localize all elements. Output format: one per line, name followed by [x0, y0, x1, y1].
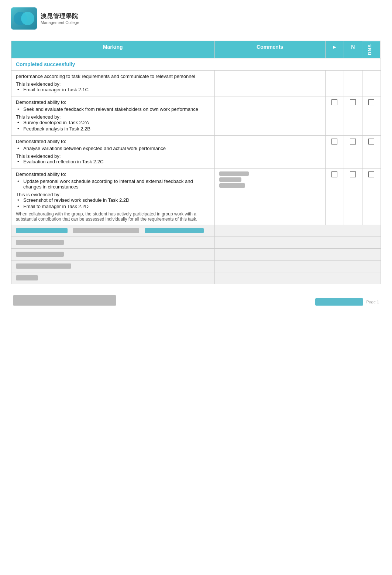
blurred-date-value	[214, 272, 381, 284]
list-item: Evaluation and reflection in Task 2.2C	[17, 159, 210, 164]
row4-evidence-bullets: Screenshot of revised work schedule in T…	[16, 197, 210, 209]
checkbox-icon[interactable]	[368, 99, 374, 105]
row4-demonstrated: Demonstrated ability to:	[16, 171, 210, 177]
row1-comments	[214, 71, 325, 96]
checkbox-icon[interactable]	[331, 171, 337, 177]
dns-label: DNS	[367, 44, 372, 55]
row1-content: performance according to task requiremen…	[11, 71, 215, 96]
logo-sub-text: Management College	[41, 20, 79, 25]
table-row: performance according to task requiremen…	[11, 71, 381, 96]
footer-left	[13, 295, 116, 306]
col-header-dns: DNS	[362, 41, 381, 58]
row3-evidence-bullets: Evaluation and reflection in Task 2.2C	[16, 159, 210, 164]
table-header-row: Marking Comments ► N DNS	[11, 41, 381, 58]
table-row	[11, 249, 381, 261]
list-item: Feedback analysis in Task 2.2B	[17, 126, 210, 132]
page-number: Page 1	[366, 300, 379, 304]
row2-content: Demonstrated ability to: Seek and evalua…	[11, 96, 215, 136]
checkbox-icon[interactable]	[350, 139, 356, 144]
row4-n	[344, 169, 362, 225]
row2-ability-bullets: Seek and evaluate feedback from relevant…	[16, 106, 210, 112]
list-item: Survey developed in Task 2.2A	[17, 120, 210, 125]
row2-check	[325, 96, 344, 136]
list-item: Analyse variations between expected and …	[17, 146, 210, 151]
checkbox-icon[interactable]	[350, 171, 356, 177]
row1-text: performance according to task requiremen…	[16, 74, 210, 79]
blurred-cell-2	[214, 225, 381, 237]
row3-comments	[214, 136, 325, 169]
list-item: Email to manager in Task 2.2D	[17, 204, 210, 209]
blurred-assessor-name-value	[214, 249, 381, 261]
logo-text: 澳昆管理學院 Management College	[41, 13, 79, 25]
row3-evidenced: This is evidenced by:	[16, 153, 210, 159]
checkbox-icon[interactable]	[331, 99, 337, 105]
row1-n	[344, 71, 362, 96]
list-item: Update personal work schedule according …	[17, 178, 210, 190]
section-heading-cell: Completed successfully	[11, 58, 381, 71]
list-item: Seek and evaluate feedback from relevant…	[17, 106, 210, 112]
row3-dns	[362, 136, 381, 169]
row2-comments	[214, 96, 325, 136]
blurred-cell-1	[11, 225, 215, 237]
blurred-date-cell	[11, 272, 215, 284]
blurred-student-name-value	[214, 237, 381, 249]
table-row: Demonstrated ability to: Seek and evalua…	[11, 96, 381, 136]
checkbox-icon[interactable]	[331, 139, 337, 144]
row4-check	[325, 169, 344, 225]
row4-dns	[362, 169, 381, 225]
marking-table: Marking Comments ► N DNS Completed succe…	[11, 41, 381, 284]
checkbox-icon[interactable]	[350, 99, 356, 105]
row1-evidenced: This is evidenced by:	[16, 81, 210, 87]
table-row	[11, 261, 381, 272]
blurred-assessor-sig-cell	[11, 261, 215, 272]
blurred-assessor-name-cell	[11, 249, 215, 261]
row3-check	[325, 136, 344, 169]
row1-bullets: Email to manager in Task 2.1C	[16, 87, 210, 92]
svg-point-1	[21, 12, 34, 25]
row4-content: Demonstrated ability to: Update personal…	[11, 169, 215, 225]
logo-area: 澳昆管理學院 Management College	[11, 7, 79, 30]
row3-demonstrated: Demonstrated ability to:	[16, 139, 210, 144]
row2-demonstrated: Demonstrated ability to:	[16, 99, 210, 105]
row4-comments	[214, 169, 325, 225]
col-header-checkmark: ►	[325, 41, 344, 58]
row3-content: Demonstrated ability to: Analyse variati…	[11, 136, 215, 169]
checkbox-icon[interactable]	[368, 171, 374, 177]
logo-main-text: 澳昆管理學院	[41, 13, 79, 20]
row4-ability-bullets: Update personal work schedule according …	[16, 178, 210, 190]
blurred-student-name-cell	[11, 237, 215, 249]
table-row	[11, 225, 381, 237]
row1-check	[325, 71, 344, 96]
group-note: When collaborating with the group, the s…	[16, 211, 210, 222]
col-header-marking: Marking	[11, 41, 215, 58]
footer: Page 1	[11, 295, 381, 306]
row3-ability-bullets: Analyse variations between expected and …	[16, 146, 210, 151]
list-item: Email to manager in Task 2.1C	[17, 87, 210, 92]
footer-right: Page 1	[315, 298, 379, 306]
table-row	[11, 272, 381, 284]
row2-dns	[362, 96, 381, 136]
table-row	[11, 237, 381, 249]
row3-n	[344, 136, 362, 169]
page: 澳昆管理學院 Management College Marking Commen…	[0, 0, 392, 575]
row2-evidence-bullets: Survey developed in Task 2.2A Feedback a…	[16, 120, 210, 132]
table-row: Demonstrated ability to: Analyse variati…	[11, 136, 381, 169]
col-header-n: N	[344, 41, 362, 58]
row2-n	[344, 96, 362, 136]
row4-evidenced: This is evidenced by:	[16, 192, 210, 197]
section-heading-row: Completed successfully	[11, 58, 381, 71]
logo-icon	[11, 7, 37, 30]
footer-logo-blurred	[315, 298, 363, 306]
table-row: Demonstrated ability to: Update personal…	[11, 169, 381, 225]
blurred-assessor-sig-value	[214, 261, 381, 272]
row1-dns	[362, 71, 381, 96]
header: 澳昆管理學院 Management College	[11, 7, 381, 30]
col-header-comments: Comments	[214, 41, 325, 58]
checkbox-icon[interactable]	[368, 139, 374, 144]
list-item: Screenshot of revised work schedule in T…	[17, 197, 210, 203]
row2-evidenced: This is evidenced by:	[16, 114, 210, 120]
